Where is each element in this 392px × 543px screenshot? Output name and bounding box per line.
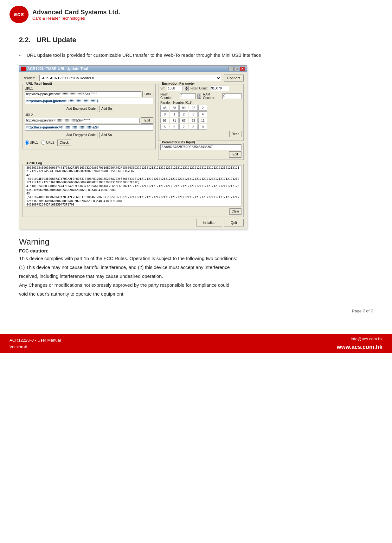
encryption-group-title: Encryption Parameter [161,82,196,85]
maximize-button[interactable]: □ [234,67,239,71]
random-cell: 63 [179,118,188,123]
flash-spinner[interactable]: ▲ ▼ [197,94,201,99]
initialize-button[interactable]: Initialize [196,219,222,226]
clear-button[interactable]: Clear [229,208,241,215]
random-cell: 6 [170,124,179,130]
footer-email: info@acs.com.hk [337,336,382,343]
reader-row: Reader: ACS ACR1222U FeliCa Reader 0 Con… [22,75,244,82]
edit-button[interactable]: Edit [141,117,153,124]
url1-display: http://acs-japan.jp/enc=!!!!!!!!!!!!!!!!… [25,98,153,104]
dialog-left: URL (Ascii Input) URL1 Lock http://acs-j… [22,84,156,162]
random-cell: 4 [198,111,207,117]
encryption-group-box: Encryption Parameter Sn: ▲ ▼ Fixed Const… [158,84,244,141]
param-group-box: Parameter (Hex Input) Edit [158,143,244,160]
dialog-body: Reader: ACS ACR1222U FeliCa Reader 0 Con… [19,72,247,229]
dialog-window: ACR122U-TMSR URL Update Tool _ □ ✕ Reade… [19,65,247,229]
reader-label: Reader: [22,76,37,80]
url2-input-row: Edit [25,117,153,124]
warning-subtitle: FCC caution: [19,248,373,253]
flash-counter-row: Flash Counter ▲ ▼ RAM Counter: [160,93,241,100]
random-cell: 7 [179,124,188,130]
fixed-const-input[interactable] [210,86,229,91]
bullet-item: - URL update tool is provided for custom… [19,52,373,59]
url-group-title: URL (Ascii Input) [25,82,53,85]
param-input[interactable] [160,144,241,150]
quit-button[interactable]: Quit [224,219,244,226]
url2-btn-row: Add Encrypted Code Add Sn [25,132,153,138]
random-grid: 45689022201234937163231156789 [160,105,241,130]
footer-version: Version # [10,344,61,350]
section-number: 2.2. [19,36,31,44]
random-cell: 93 [160,118,169,123]
add-sn-btn1[interactable]: Add Sn [99,106,114,112]
ram-counter-label: RAM Counter: [203,93,221,100]
url1-input-row: Lock [25,91,153,97]
warning-line: received, including interference that ma… [19,272,373,280]
sn-up-btn[interactable]: ▲ [185,86,189,88]
random-cell: 8 [189,124,198,130]
add-sn-btn2[interactable]: Add Sn [99,132,114,138]
minimize-button[interactable]: _ [228,67,234,71]
logo-oval-text: acs [14,11,24,18]
apdu-textarea[interactable] [25,165,241,206]
dialog-title: ACR122U-TMSR URL Update Tool [27,67,88,71]
ram-counter-input[interactable] [222,93,241,99]
random-cell: 11 [198,118,207,123]
sn-input[interactable] [167,86,183,91]
dialog-columns: URL (Ascii Input) URL1 Lock http://acs-j… [22,84,244,162]
url2-input[interactable] [25,118,140,123]
add-encrypted-code-btn1[interactable]: Add Encrypted Code [64,106,98,112]
page-number: Page 7 of 7 [0,305,392,315]
dialog-titlebar-left: ACR122U-TMSR URL Update Tool [21,67,88,71]
check-button[interactable]: Check [57,140,71,146]
reader-select[interactable]: ACS ACR1222U FeliCa Reader 0 [39,75,221,81]
random-cell: 2 [198,105,207,111]
random-cell: 45 [160,105,169,111]
warning-line: Any Changes or modifications not express… [19,281,373,289]
param-edit-button[interactable]: Edit [229,151,241,158]
radio-url1[interactable]: URL1 [25,141,38,145]
dialog-icon [21,67,26,71]
url-radio-row: URL1 URL2 Check [25,140,153,146]
bullet-text: URL update tool is provided for customiz… [27,52,261,59]
flash-down-btn[interactable]: ▼ [197,96,201,99]
footer-product: ACR1222U-J - User Manual [10,337,61,344]
random-cell: 68 [170,105,179,111]
random-cell: 9 [198,124,207,130]
section-title: URL Update [36,36,76,44]
radio-url1-label: URL1 [30,141,38,144]
main-content: 2.2. URL Update - URL update tool is pro… [0,26,392,305]
url1-label: URL1 [25,87,153,90]
company-tagline: Card & Reader Technologies [32,16,120,21]
flash-counter-input[interactable] [180,93,196,99]
radio-url2-label: URL2 [46,141,55,144]
footer-left: ACR1222U-J - User Manual Version # [10,337,61,350]
radio-url1-input[interactable] [25,141,29,145]
logo-text-block: Advanced Card Systems Ltd. Card & Reader… [32,9,120,21]
param-group-title: Parameter (Hex Input) [161,141,196,144]
lock-button[interactable]: Lock [142,91,153,97]
section-heading: 2.2. URL Update [19,36,373,44]
random-cell: 22 [189,105,198,111]
flash-up-btn[interactable]: ▲ [197,94,201,96]
radio-url2[interactable]: URL2 [41,141,55,145]
header: acs Advanced Card Systems Ltd. Card & Re… [0,0,392,26]
url1-input[interactable] [25,91,141,97]
sn-spinner[interactable]: ▲ ▼ [185,86,189,91]
sn-label: Sn: [160,87,165,90]
add-encrypted-code-btn2[interactable]: Add Encrypted Code [64,132,98,138]
connect-button[interactable]: Connect [224,75,244,82]
apdu-clear-row: Clear [25,208,241,215]
logo-oval: acs [10,6,29,23]
read-button[interactable]: Read [229,131,241,137]
random-cell: 23 [189,118,198,123]
close-button[interactable]: ✕ [240,67,245,71]
read-btn-row: Read [160,131,241,137]
sn-down-btn[interactable]: ▼ [185,88,189,91]
random-cell: 71 [170,118,179,123]
dialog-controls[interactable]: _ □ ✕ [228,67,245,71]
url-group-box: URL (Ascii Input) URL1 Lock http://acs-j… [22,84,156,149]
url2-label: URL2 [25,113,153,117]
logo-container: acs Advanced Card Systems Ltd. Card & Re… [10,6,120,23]
radio-url2-input[interactable] [41,141,45,145]
